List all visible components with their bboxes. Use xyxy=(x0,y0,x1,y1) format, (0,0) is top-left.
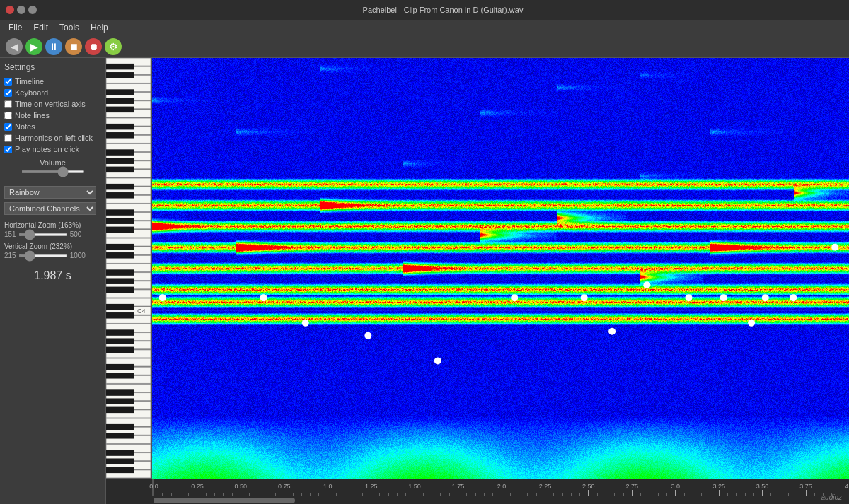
v-zoom-row: 215 1000 xyxy=(4,252,101,259)
window-controls[interactable] xyxy=(6,6,37,14)
h-zoom-row: 151 500 xyxy=(4,230,101,238)
settings-button[interactable]: ⚙ xyxy=(105,38,122,55)
scrollbar-thumb[interactable] xyxy=(154,498,295,503)
play-notes-setting[interactable]: Play notes on click xyxy=(4,144,101,154)
v-zoom-max: 1000 xyxy=(70,252,86,259)
timeline-checkbox[interactable] xyxy=(4,78,12,86)
notes-checkbox[interactable] xyxy=(4,123,12,131)
time-vertical-label: Time on vertical axis xyxy=(15,100,86,108)
horizontal-scrollbar[interactable]: audioz xyxy=(106,496,849,504)
piano-keyboard[interactable] xyxy=(106,58,152,479)
timeline-label: Timeline xyxy=(15,77,44,86)
volume-slider[interactable] xyxy=(21,170,85,173)
record-button[interactable]: ⏺ xyxy=(85,38,102,55)
harmonics-checkbox[interactable] xyxy=(4,134,12,142)
keyboard-setting[interactable]: Keyboard xyxy=(4,88,101,98)
keyboard-checkbox[interactable] xyxy=(4,89,12,97)
main-area: Settings Timeline Keyboard Time on verti… xyxy=(0,58,849,504)
menu-file[interactable]: File xyxy=(3,21,28,34)
back-button[interactable]: ◀ xyxy=(6,38,23,55)
menu-tools[interactable]: Tools xyxy=(54,21,85,34)
sidebar: Settings Timeline Keyboard Time on verti… xyxy=(0,58,106,504)
keyboard-label: Keyboard xyxy=(15,88,48,97)
audioz-logo: audioz xyxy=(821,493,842,501)
notes-setting[interactable]: Notes xyxy=(4,122,101,131)
minimize-button[interactable] xyxy=(17,6,25,14)
play-notes-checkbox[interactable] xyxy=(4,146,12,153)
play-notes-label: Play notes on click xyxy=(15,145,79,153)
h-zoom-max: 500 xyxy=(70,230,82,238)
color-mode-row: Rainbow Grayscale Fire Cool xyxy=(4,186,101,199)
maximize-button[interactable] xyxy=(28,6,37,14)
timeline-ruler: 0.00.250.500.751.01.251.501.752.02.252.5… xyxy=(154,479,849,496)
play-button[interactable]: ▶ xyxy=(25,38,42,55)
h-zoom-min: 151 xyxy=(4,230,16,238)
content-area: 0.00.250.500.751.01.251.501.752.02.252.5… xyxy=(106,58,849,504)
toolbar: ◀ ▶ ⏸ ⏹ ⏺ ⚙ xyxy=(0,35,849,58)
v-zoom-label: Vertical Zoom (232%) xyxy=(4,242,101,250)
spectrogram[interactable] xyxy=(152,58,849,479)
harmonics-setting[interactable]: Harmonics on left click xyxy=(4,133,101,143)
note-lines-checkbox[interactable] xyxy=(4,112,12,119)
stop-button[interactable]: ⏹ xyxy=(65,38,82,55)
color-mode-select[interactable]: Rainbow Grayscale Fire Cool xyxy=(4,186,96,199)
timeline-spacer xyxy=(106,479,154,496)
h-zoom-slider[interactable] xyxy=(18,233,68,236)
vis-area xyxy=(106,58,849,479)
settings-heading: Settings xyxy=(4,62,101,72)
harmonics-label: Harmonics on left click xyxy=(15,134,93,142)
channel-mode-select[interactable]: Combined Channels Left Channel Right Cha… xyxy=(4,202,96,215)
time-display: 1.987 s xyxy=(4,269,101,282)
notes-label: Notes xyxy=(15,122,35,131)
close-button[interactable] xyxy=(6,6,14,14)
channel-mode-row: Combined Channels Left Channel Right Cha… xyxy=(4,202,101,215)
note-lines-label: Note lines xyxy=(15,111,50,119)
v-zoom-min: 215 xyxy=(4,252,16,259)
time-vertical-setting[interactable]: Time on vertical axis xyxy=(4,99,101,109)
window-title: Pachelbel - Clip From Canon in D (Guitar… xyxy=(42,6,843,14)
title-bar: Pachelbel - Clip From Canon in D (Guitar… xyxy=(0,0,849,20)
note-lines-setting[interactable]: Note lines xyxy=(4,110,101,120)
menu-help[interactable]: Help xyxy=(85,21,114,34)
time-vertical-checkbox[interactable] xyxy=(4,100,12,108)
timeline: 0.00.250.500.751.01.251.501.752.02.252.5… xyxy=(106,479,849,496)
h-zoom-label: Horizontal Zoom (163%) xyxy=(4,221,101,229)
pause-button[interactable]: ⏸ xyxy=(45,38,62,55)
menu-bar: File Edit Tools Help xyxy=(0,20,849,35)
menu-edit[interactable]: Edit xyxy=(28,21,54,34)
timeline-setting[interactable]: Timeline xyxy=(4,76,101,86)
v-zoom-slider[interactable] xyxy=(18,254,68,257)
